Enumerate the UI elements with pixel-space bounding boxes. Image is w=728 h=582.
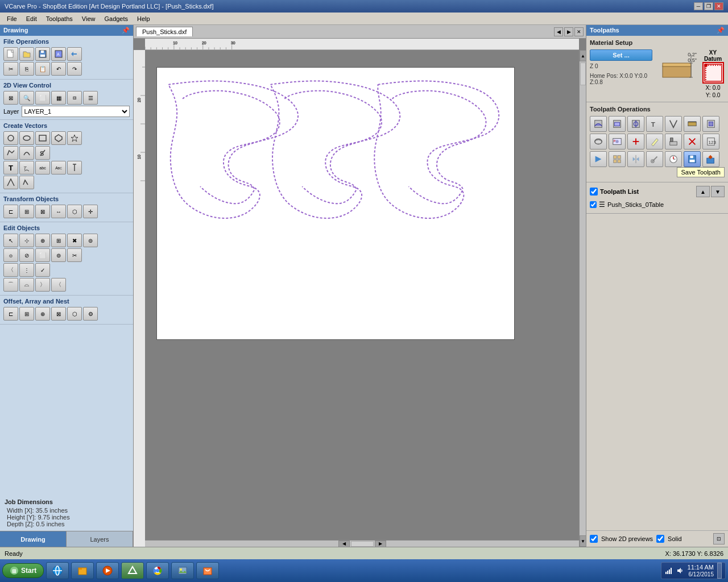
align-center-btn[interactable]: ⊞	[19, 205, 34, 218]
draw-arrow-btn[interactable]	[3, 176, 18, 189]
tp-profile-btn[interactable]	[590, 116, 607, 132]
menu-view[interactable]: View	[77, 14, 100, 23]
offset-btn[interactable]: ⊏	[3, 307, 18, 321]
tp-fret-btn[interactable]	[684, 116, 701, 132]
canvas-scrollbar-h[interactable]: ◀ ▶	[145, 540, 579, 547]
select-btn[interactable]: ↖	[3, 234, 18, 247]
menu-file[interactable]: File	[2, 14, 22, 23]
align-group-btn[interactable]: ⊠	[35, 205, 50, 218]
save-as-btn[interactable]: A	[51, 47, 66, 61]
menu-gadgets[interactable]: Gadgets	[100, 14, 133, 23]
taskbar-explorer[interactable]	[71, 562, 94, 579]
view-list-btn[interactable]: ☰	[83, 91, 98, 105]
minimize-btn[interactable]: ─	[694, 2, 703, 10]
canvas-content[interactable]	[145, 50, 579, 547]
open-file-btn[interactable]	[19, 47, 34, 61]
show2d-btn[interactable]: ⊡	[713, 533, 725, 544]
close-tab-btn[interactable]: ✕	[574, 27, 584, 36]
tp-clock-btn[interactable]	[665, 151, 682, 167]
close-btn[interactable]: ✕	[714, 2, 723, 10]
tp-array2-btn[interactable]	[609, 151, 626, 167]
boolean-btn[interactable]: ✂	[67, 248, 82, 262]
tp-drill-btn[interactable]	[627, 116, 644, 132]
draw-arc-btn[interactable]	[19, 146, 34, 160]
shape1-btn[interactable]: ⌒	[3, 278, 18, 292]
copy-btn[interactable]: ⎘	[19, 62, 34, 76]
show2d-checkbox[interactable]	[590, 535, 598, 543]
undo-btn[interactable]: ↶	[51, 62, 66, 76]
node-edit3-btn[interactable]: ✓	[35, 263, 50, 277]
taskbar-paint[interactable]	[196, 562, 219, 579]
menu-edit[interactable]: Edit	[22, 14, 42, 23]
taskbar-vcarve[interactable]	[121, 562, 144, 579]
tp-another-btn[interactable]	[627, 134, 644, 149]
right-panel-pin[interactable]: 📌	[717, 27, 725, 34]
select-node-btn[interactable]: ⊕	[35, 234, 50, 247]
select-group-btn[interactable]: ⊞	[51, 234, 66, 247]
tp-list-up-btn[interactable]: ▲	[696, 186, 710, 197]
text-flow-btn[interactable]: Abc	[51, 161, 66, 174]
weld-btn[interactable]: ⌾	[3, 248, 18, 262]
tp-text-btn[interactable]: T	[646, 116, 663, 132]
tp-item-checkbox[interactable]	[590, 201, 597, 208]
tp-pencil-btn[interactable]	[646, 134, 663, 149]
redo-btn[interactable]: ↷	[67, 62, 82, 76]
canvas-tab-file[interactable]: Push_Sticks.dxf	[136, 27, 193, 36]
draw-circle-btn[interactable]	[3, 131, 18, 145]
shape4-btn[interactable]: 〈	[51, 278, 66, 292]
tab-layers[interactable]: Layers	[67, 531, 133, 547]
select-all-btn[interactable]: ⊹	[19, 234, 34, 247]
node-edit2-btn[interactable]: ⋮	[19, 263, 34, 277]
tp-pocket-btn[interactable]	[609, 116, 626, 132]
tab-drawing[interactable]: Drawing	[0, 531, 67, 547]
text-abc-btn[interactable]: abc	[35, 161, 50, 174]
tp-export-btn[interactable]	[702, 151, 719, 167]
pin-icon[interactable]: 📌	[122, 27, 130, 34]
taskbar-media[interactable]	[96, 562, 119, 579]
array-btn[interactable]: ⊞	[19, 307, 34, 321]
fillet-btn[interactable]: ⬜	[35, 248, 50, 262]
tp-save-btn[interactable]	[684, 151, 701, 167]
mirror-btn[interactable]: ⊠	[51, 307, 66, 321]
restore-btn[interactable]: ❐	[704, 2, 713, 10]
cursor-text-btn[interactable]	[67, 161, 82, 174]
text-curved-btn[interactable]: T	[19, 161, 34, 174]
tp-multipass-btn[interactable]	[665, 134, 682, 149]
nest2-btn[interactable]: ⚙	[83, 307, 98, 321]
tp-list-down-btn[interactable]: ▼	[711, 186, 725, 197]
start-button[interactable]: ⊞ Start	[2, 563, 44, 578]
tp-vcarve-btn[interactable]	[665, 116, 682, 132]
draw-ellipse-btn[interactable]	[19, 131, 34, 145]
zoom-in-btn[interactable]: 🔍	[19, 91, 34, 105]
zoom-box-btn[interactable]: ⬜	[35, 91, 50, 105]
zoom-sel-btn[interactable]: ▦	[51, 91, 66, 105]
shape2-btn[interactable]: ⌓	[19, 278, 34, 292]
next-tab-btn[interactable]: ▶	[564, 27, 573, 36]
tp-delete-btn[interactable]	[684, 134, 701, 149]
tp-calc-btn[interactable]: 123	[702, 134, 719, 149]
tp-wrap-btn[interactable]	[590, 134, 607, 149]
taskbar-ie[interactable]	[46, 562, 69, 579]
show-desktop-btn[interactable]	[717, 563, 722, 579]
new-file-btn[interactable]	[3, 47, 18, 61]
draw-s-btn[interactable]: S	[35, 146, 50, 160]
copy-along-btn[interactable]: ⊕	[35, 307, 50, 321]
save-file-btn[interactable]	[35, 47, 50, 61]
cut-btn[interactable]: ✂	[3, 62, 18, 76]
edit-node-btn[interactable]: ⊚	[83, 234, 98, 247]
flip-h-btn[interactable]: ↔	[51, 205, 66, 218]
menu-help[interactable]: Help	[133, 14, 155, 23]
solid-checkbox[interactable]	[656, 535, 664, 543]
tp-list-checkbox-all[interactable]	[590, 188, 598, 196]
draw-rect-btn[interactable]	[35, 131, 50, 145]
prev-tab-btn[interactable]: ◀	[554, 27, 563, 36]
taskbar-chrome[interactable]	[146, 562, 169, 579]
tp-list-item-0[interactable]: ☰ Push_Sticks_0Table	[590, 199, 725, 210]
node-edit1-btn[interactable]: 〈	[3, 263, 18, 277]
set-material-btn[interactable]: Set ...	[590, 49, 652, 61]
draw-link-btn[interactable]	[19, 176, 34, 189]
move-btn[interactable]: ✛	[83, 205, 98, 218]
tp-inlay-btn[interactable]	[702, 116, 719, 132]
tp-sim-btn[interactable]	[590, 151, 607, 167]
nest-btn[interactable]: ⬡	[67, 307, 82, 321]
